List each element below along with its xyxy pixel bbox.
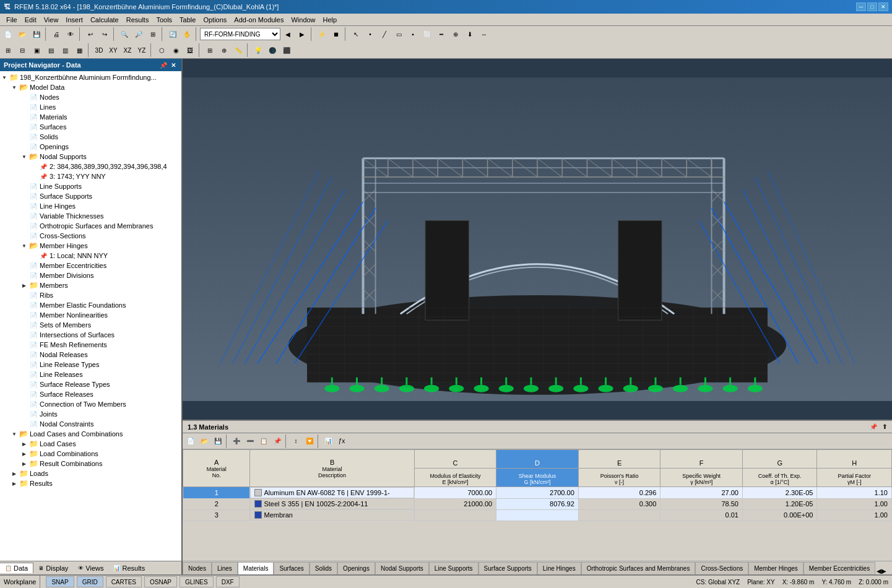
tb-rotate[interactable]: 🔄 xyxy=(166,27,180,41)
data-section-maxmin[interactable]: ⬆ xyxy=(882,423,887,430)
tb-constraint[interactable]: ⊕ xyxy=(449,27,462,41)
tree-item[interactable]: 📄Line Releases xyxy=(0,370,181,379)
tb-node[interactable]: • xyxy=(363,27,377,41)
data-tab-line-hinges[interactable]: Line Hinges xyxy=(537,562,581,574)
tree-item[interactable]: ▶📁Load Cases xyxy=(0,439,181,449)
dt-del-row[interactable]: ➖ xyxy=(243,435,257,448)
tree-item[interactable]: 📌1: Local; NNN NYY xyxy=(0,251,181,261)
menu-addon[interactable]: Add-on Modules xyxy=(230,15,287,24)
tb-wire[interactable]: ⬡ xyxy=(155,43,168,57)
status-snap[interactable]: SNAP xyxy=(46,576,74,587)
tree-item[interactable]: ▶📁Loads xyxy=(0,469,181,478)
tb-render[interactable]: ◉ xyxy=(169,43,183,57)
menu-table[interactable]: Table xyxy=(176,15,199,24)
tb-snap-show[interactable]: ⊕ xyxy=(217,43,231,57)
tb-zoom-fit[interactable]: ⊞ xyxy=(146,27,160,41)
dt-open[interactable]: 📂 xyxy=(197,435,211,448)
tree-item[interactable]: 📄Ribs xyxy=(0,290,181,300)
tb-view-front[interactable]: XZ xyxy=(121,43,134,57)
tb-undo[interactable]: ↩ xyxy=(84,27,97,41)
tb-zoom-in[interactable]: 🔍 xyxy=(118,27,131,41)
tree-item[interactable]: ▶📁Results xyxy=(0,478,181,488)
tree-item[interactable]: ▶📁Result Combinations xyxy=(0,459,181,469)
dt-filter[interactable]: 🔽 xyxy=(303,435,316,448)
tree-item[interactable]: 📄Nodes xyxy=(0,92,181,102)
data-tab-surface-supports[interactable]: Surface Supports xyxy=(478,562,537,574)
tb-prev[interactable]: ◀ xyxy=(281,27,295,41)
nav-tab-data[interactable]: 📋 Data xyxy=(0,563,33,573)
tb-surface[interactable]: ▭ xyxy=(392,27,405,41)
tree-item[interactable]: 📄Joints xyxy=(0,409,181,419)
table-wrap[interactable]: A MaterialNo. B MaterialDescription C D … xyxy=(183,449,892,561)
status-dxf[interactable]: DXF xyxy=(216,576,240,587)
tb-line[interactable]: ╱ xyxy=(378,27,391,41)
menu-calculate[interactable]: Calculate xyxy=(87,15,123,24)
tree-item[interactable]: 📌2: 384,386,389,390,392,394,396,398,4 xyxy=(0,162,181,171)
tb-measure[interactable]: 📏 xyxy=(232,43,245,57)
table-row[interactable]: 1 Aluminum EN AW-6082 T6 | ENV 1999-1- 7… xyxy=(183,487,892,499)
tab-scroll-right[interactable]: ▶ xyxy=(881,568,886,574)
data-tab-lines[interactable]: Lines xyxy=(212,562,238,574)
th-col-c[interactable]: C xyxy=(414,450,496,469)
tree-item[interactable]: 📄Surfaces xyxy=(0,122,181,132)
data-tab-openings[interactable]: Openings xyxy=(337,562,375,574)
tb-open[interactable]: 📂 xyxy=(15,27,29,41)
tree-item[interactable]: ▶📁Load Combinations xyxy=(0,449,181,459)
tb-shadow[interactable]: 🌑 xyxy=(266,43,279,57)
tree-item[interactable]: 📄FE Mesh Refinements xyxy=(0,340,181,350)
tree-item[interactable]: 📄Materials xyxy=(0,112,181,122)
tree-item[interactable]: 📄Surface Supports xyxy=(0,191,181,201)
table-row[interactable]: 2 Steel S 355 | EN 10025-2:2004-11 21000… xyxy=(183,498,892,509)
th-col-g[interactable]: G xyxy=(742,450,817,469)
tree-item[interactable]: ▼📁198_Konzertbühne Aluminium Formfindung… xyxy=(0,72,181,82)
tree-item[interactable]: 📄Sets of Members xyxy=(0,320,181,330)
tb-new[interactable]: 📄 xyxy=(1,27,15,41)
nav-tab-views[interactable]: 👁 Views xyxy=(73,563,108,573)
tb-light[interactable]: 💡 xyxy=(251,43,265,57)
tree-item[interactable]: 📄Connection of Two Members xyxy=(0,399,181,409)
data-tab-solids[interactable]: Solids xyxy=(310,562,337,574)
data-tab-orthotropic[interactable]: Orthotropic Surfaces and Membranes xyxy=(581,562,696,574)
tb-r6[interactable]: ▦ xyxy=(72,43,86,57)
tree-item[interactable]: 📄Surface Releases xyxy=(0,389,181,399)
tb-select[interactable]: ↖ xyxy=(349,27,363,41)
menu-window[interactable]: Window xyxy=(287,15,319,24)
tree-item[interactable]: ▼📂Member Hinges xyxy=(0,241,181,251)
tb-stop[interactable]: ⏹ xyxy=(329,27,343,41)
minimize-btn[interactable]: ─ xyxy=(856,2,866,11)
data-tab-nodal-supports[interactable]: Nodal Supports xyxy=(375,562,429,574)
nav-tab-display[interactable]: 🖥 Display xyxy=(33,563,73,573)
status-grid[interactable]: GRID xyxy=(77,576,103,587)
tb-view-side[interactable]: YZ xyxy=(135,43,149,57)
tree-container[interactable]: ▼📁198_Konzertbühne Aluminium Formfindung… xyxy=(0,71,181,561)
maximize-btn[interactable]: □ xyxy=(867,2,877,11)
tree-item[interactable]: 📄Orthotropic Surfaces and Membranes xyxy=(0,221,181,231)
dt-sort[interactable]: ↕ xyxy=(289,435,303,448)
tb-member[interactable]: ━ xyxy=(435,27,448,41)
menu-edit[interactable]: Edit xyxy=(21,15,40,24)
addon-selector[interactable]: RF-FORM-FINDING xyxy=(200,28,280,40)
tb-r3[interactable]: ▣ xyxy=(30,43,43,57)
tree-item[interactable]: 📄Openings xyxy=(0,142,181,152)
th-col-f[interactable]: F xyxy=(660,450,743,469)
close-btn[interactable]: ✕ xyxy=(878,2,888,11)
dt-formula[interactable]: ƒx xyxy=(335,435,349,448)
th-col-h-sub[interactable]: Partial FactorγM [-] xyxy=(817,469,892,487)
menu-view[interactable]: View xyxy=(40,15,63,24)
tb-grid-show[interactable]: ⊞ xyxy=(203,43,217,57)
menu-options[interactable]: Options xyxy=(199,15,230,24)
status-glines[interactable]: GLINES xyxy=(180,576,214,587)
tb-solid[interactable]: ▪ xyxy=(406,27,420,41)
nav-tab-results[interactable]: 📊 Results xyxy=(108,563,150,573)
dt-graph[interactable]: 📊 xyxy=(321,435,335,448)
tb-view-3d[interactable]: 3D xyxy=(92,43,106,57)
data-tab-line-supports[interactable]: Line Supports xyxy=(429,562,478,574)
tree-item[interactable]: ▼📂Load Cases and Combinations xyxy=(0,429,181,439)
tb-save[interactable]: 💾 xyxy=(30,27,43,41)
th-col-d-sub[interactable]: Shear ModulusG [kN/cm²] xyxy=(496,469,579,487)
tree-item[interactable]: ▼📂Nodal Supports xyxy=(0,152,181,162)
tree-item[interactable]: 📄Solids xyxy=(0,132,181,142)
data-tab-nodes[interactable]: Nodes xyxy=(183,562,212,574)
data-tab-surfaces[interactable]: Surfaces xyxy=(274,562,309,574)
tree-item[interactable]: 📄Nodal Releases xyxy=(0,350,181,360)
